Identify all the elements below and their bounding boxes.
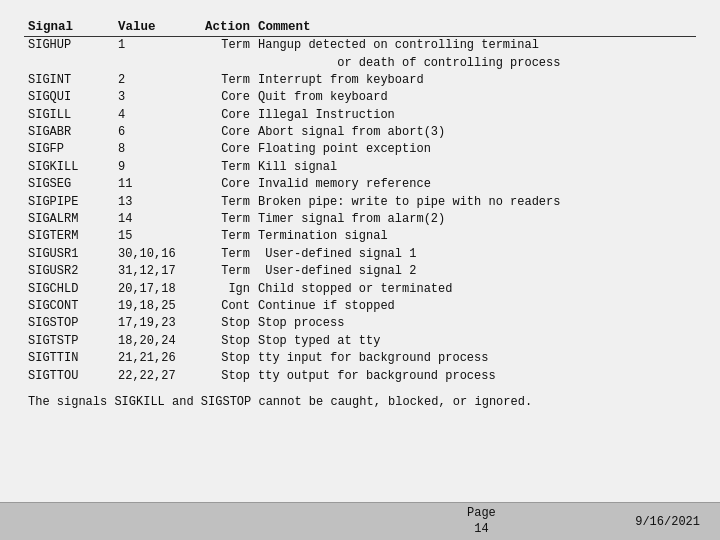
table-row: SIGABR6CoreAbort signal from abort(3): [24, 124, 696, 141]
table-row: SIGKILL9TermKill signal: [24, 159, 696, 176]
cell-action: Core: [194, 141, 254, 158]
cell-value: 31,12,17: [114, 263, 194, 280]
cell-action: Term: [194, 211, 254, 228]
table-row: SIGILL4CoreIllegal Instruction: [24, 107, 696, 124]
cell-value: 6: [114, 124, 194, 141]
cell-signal: SIGKILL: [24, 159, 114, 176]
cell-action: Core: [194, 124, 254, 141]
cell-signal: SIGQUI: [24, 89, 114, 106]
header-comment: Comment: [254, 18, 696, 36]
cell-signal: SIGSTOP: [24, 315, 114, 332]
cell-comment: Kill signal: [254, 159, 696, 176]
cell-value: 14: [114, 211, 194, 228]
cell-value: 20,17,18: [114, 281, 194, 298]
table-row: or death of controlling process: [24, 55, 696, 72]
cell-value: 2: [114, 72, 194, 89]
signal-table: Signal Value Action Comment SIGHUP1TermH…: [24, 18, 696, 385]
cell-signal: SIGCHLD: [24, 281, 114, 298]
footnote: The signals SIGKILL and SIGSTOP cannot b…: [24, 395, 696, 409]
table-row: SIGINT2TermInterrupt from keyboard: [24, 72, 696, 89]
cell-signal: SIGCONT: [24, 298, 114, 315]
signal-tbody: SIGHUP1TermHangup detected on controllin…: [24, 37, 696, 385]
cell-value: 15: [114, 228, 194, 245]
cell-action: Core: [194, 89, 254, 106]
table-row: SIGCHLD20,17,18IgnChild stopped or termi…: [24, 281, 696, 298]
cell-value: 4: [114, 107, 194, 124]
page-number: 14: [474, 522, 488, 536]
cell-value: 3: [114, 89, 194, 106]
cell-action: Core: [194, 176, 254, 193]
cell-action: Stop: [194, 315, 254, 332]
cell-comment: Stop typed at tty: [254, 333, 696, 350]
table-row: SIGTERM15TermTermination signal: [24, 228, 696, 245]
cell-action: [194, 55, 254, 72]
cell-value: 22,22,27: [114, 368, 194, 385]
cell-signal: SIGUSR2: [24, 263, 114, 280]
cell-comment: Interrupt from keyboard: [254, 72, 696, 89]
cell-value: 11: [114, 176, 194, 193]
cell-value: 18,20,24: [114, 333, 194, 350]
header-value: Value: [114, 18, 194, 36]
cell-signal: SIGHUP: [24, 37, 114, 54]
cell-action: Stop: [194, 368, 254, 385]
footer-date: 9/16/2021: [635, 515, 700, 529]
cell-comment: Child stopped or terminated: [254, 281, 696, 298]
cell-comment: User-defined signal 2: [254, 263, 696, 280]
table-header-row: Signal Value Action Comment: [24, 18, 696, 36]
table-row: SIGUSR231,12,17Term User-defined signal …: [24, 263, 696, 280]
cell-value: 9: [114, 159, 194, 176]
cell-signal: SIGTTOU: [24, 368, 114, 385]
cell-signal: SIGPIPE: [24, 194, 114, 211]
cell-comment: tty output for background process: [254, 368, 696, 385]
cell-value: 30,10,16: [114, 246, 194, 263]
cell-action: Term: [194, 72, 254, 89]
cell-comment: User-defined signal 1: [254, 246, 696, 263]
table-row: SIGUSR130,10,16Term User-defined signal …: [24, 246, 696, 263]
cell-comment: Hangup detected on controlling terminal: [254, 37, 696, 54]
cell-action: Term: [194, 263, 254, 280]
cell-comment: Termination signal: [254, 228, 696, 245]
cell-value: 8: [114, 141, 194, 158]
cell-action: Term: [194, 159, 254, 176]
cell-action: Term: [194, 194, 254, 211]
table-row: SIGQUI3CoreQuit from keyboard: [24, 89, 696, 106]
cell-signal: SIGTERM: [24, 228, 114, 245]
table-row: SIGSTOP17,19,23StopStop process: [24, 315, 696, 332]
cell-action: Ign: [194, 281, 254, 298]
cell-comment: Illegal Instruction: [254, 107, 696, 124]
cell-action: Stop: [194, 333, 254, 350]
cell-comment: Abort signal from abort(3): [254, 124, 696, 141]
table-row: SIGPIPE13TermBroken pipe: write to pipe …: [24, 194, 696, 211]
cell-signal: SIGSEG: [24, 176, 114, 193]
cell-comment: Continue if stopped: [254, 298, 696, 315]
cell-comment: or death of controlling process: [254, 55, 696, 72]
main-content: Signal Value Action Comment SIGHUP1TermH…: [0, 0, 720, 502]
table-row: SIGSEG11CoreInvalid memory reference: [24, 176, 696, 193]
cell-value: 13: [114, 194, 194, 211]
table-row: SIGTSTP18,20,24StopStop typed at tty: [24, 333, 696, 350]
cell-comment: Stop process: [254, 315, 696, 332]
cell-signal: SIGABR: [24, 124, 114, 141]
cell-comment: Invalid memory reference: [254, 176, 696, 193]
cell-signal: SIGFP: [24, 141, 114, 158]
cell-signal: SIGTSTP: [24, 333, 114, 350]
cell-comment: Floating point exception: [254, 141, 696, 158]
cell-signal: SIGTTIN: [24, 350, 114, 367]
cell-comment: Broken pipe: write to pipe with no reade…: [254, 194, 696, 211]
table-row: SIGTTOU22,22,27Stoptty output for backgr…: [24, 368, 696, 385]
table-row: SIGTTIN21,21,26Stoptty input for backgro…: [24, 350, 696, 367]
cell-value: 21,21,26: [114, 350, 194, 367]
cell-signal: SIGALRM: [24, 211, 114, 228]
cell-comment: Quit from keyboard: [254, 89, 696, 106]
cell-value: 1: [114, 37, 194, 54]
cell-action: Term: [194, 228, 254, 245]
cell-signal: SIGUSR1: [24, 246, 114, 263]
table-row: SIGCONT19,18,25ContContinue if stopped: [24, 298, 696, 315]
cell-action: Cont: [194, 298, 254, 315]
table-row: SIGHUP1TermHangup detected on controllin…: [24, 37, 696, 54]
cell-comment: Timer signal from alarm(2): [254, 211, 696, 228]
header-action: Action: [194, 18, 254, 36]
cell-value: [114, 55, 194, 72]
cell-signal: [24, 55, 114, 72]
cell-action: Stop: [194, 350, 254, 367]
